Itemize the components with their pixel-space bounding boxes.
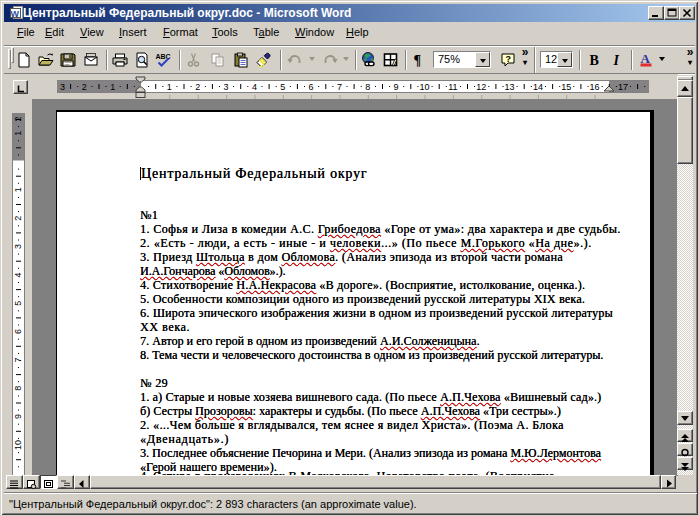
svg-text:1: 1 [13, 187, 23, 192]
svg-text:3: 3 [60, 82, 65, 92]
svg-text:5: 5 [280, 82, 285, 92]
svg-text:3: 3 [13, 244, 23, 249]
svg-text:B: B [590, 53, 599, 68]
svg-text:8: 8 [365, 82, 370, 92]
svg-text:A: A [641, 52, 651, 66]
svg-text:?: ? [506, 54, 512, 64]
svg-text:10: 10 [419, 82, 429, 92]
svg-text:16: 16 [590, 82, 600, 92]
svg-text:14: 14 [533, 82, 543, 92]
svg-text:2: 2 [13, 116, 23, 121]
svg-text:13: 13 [505, 82, 515, 92]
svg-text:2: 2 [13, 216, 23, 221]
svg-text:I: I [613, 53, 620, 68]
svg-text:8: 8 [13, 386, 23, 391]
svg-text:7: 7 [13, 357, 23, 362]
svg-text:11: 11 [448, 82, 457, 92]
svg-text:7: 7 [337, 82, 342, 92]
svg-text:2: 2 [82, 82, 87, 92]
svg-text:¶: ¶ [414, 53, 422, 68]
svg-text:12: 12 [476, 82, 486, 92]
svg-text:17: 17 [618, 82, 628, 92]
svg-text:6: 6 [309, 82, 314, 92]
svg-text:3: 3 [224, 82, 229, 92]
svg-text:4: 4 [13, 272, 23, 277]
svg-text:10: 10 [13, 440, 23, 450]
svg-text:2: 2 [195, 82, 200, 92]
svg-text:4: 4 [252, 82, 257, 92]
svg-text:5: 5 [13, 301, 23, 306]
svg-text:1: 1 [110, 82, 115, 92]
svg-text:9: 9 [394, 82, 399, 92]
svg-text:15: 15 [561, 82, 571, 92]
svg-text:W: W [11, 9, 20, 19]
svg-text:1: 1 [13, 131, 23, 136]
svg-text:6: 6 [13, 329, 23, 334]
svg-text:9: 9 [13, 414, 23, 419]
svg-text:1: 1 [167, 82, 172, 92]
